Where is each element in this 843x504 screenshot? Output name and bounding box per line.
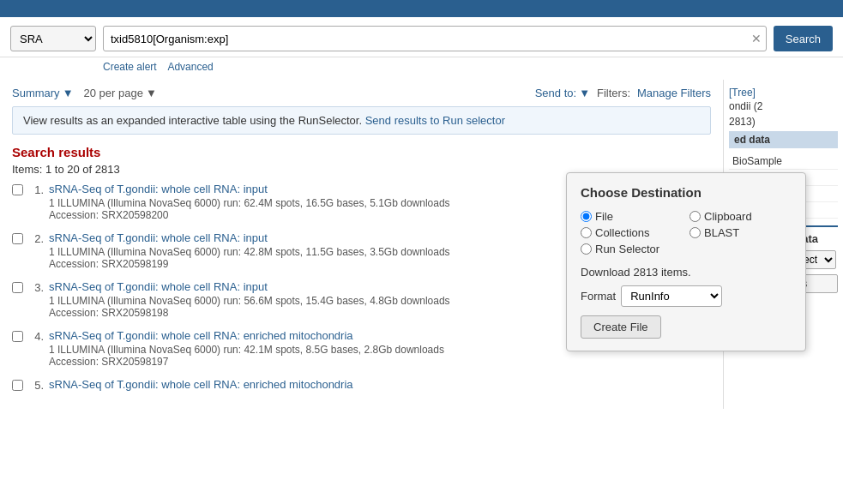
result-checkbox-3[interactable] [12,282,23,293]
result-title-5[interactable]: sRNA-Seq of T.gondii: whole cell RNA: en… [49,378,711,391]
count-detail: 2813) [729,116,838,128]
create-file-button[interactable]: Create File [581,315,661,339]
send-to-button[interactable]: Send to: ▼ [535,87,590,99]
search-input[interactable] [103,26,767,51]
main-content: Summary ▼ 20 per page ▼ Send to: ▼ Filte… [0,80,843,409]
result-item: 5. sRNA-Seq of T.gondii: whole cell RNA:… [12,378,711,392]
per-page-button[interactable]: 20 per page ▼ [84,87,157,99]
format-select[interactable]: RunInfo Metadata Accession List Run Tabl… [621,285,722,307]
result-checkbox-2[interactable] [12,233,23,244]
clear-button[interactable]: ✕ [751,32,762,45]
radio-collections[interactable]: Collections [581,226,683,239]
popup-title: Choose Destination [581,185,792,200]
radio-file[interactable]: File [581,210,683,223]
result-checkbox-1[interactable] [12,184,23,195]
database-select[interactable]: SRA PubMed Nucleotide Gene Protein [10,26,96,51]
send-to-popup: Choose Destination File Clipboard Collec… [566,172,806,351]
radio-blast[interactable]: BLAST [689,226,792,239]
search-links: Create alert Advanced [0,57,843,80]
toolbar-row: Summary ▼ 20 per page ▼ Send to: ▼ Filte… [12,87,711,99]
result-checkbox-5[interactable] [12,380,23,391]
info-box: View results as an expanded interactive … [12,106,711,135]
tree-hint[interactable]: [Tree] [729,87,838,99]
summary-button[interactable]: Summary ▼ [12,87,74,99]
search-input-wrapper: ✕ [103,26,767,51]
toolbar-left: Summary ▼ 20 per page ▼ [12,87,157,99]
search-button[interactable]: Search [774,26,833,51]
search-results-header: Search results [12,145,711,159]
radio-runselector[interactable]: Run Selector [581,243,683,255]
ed-data-section: ed data [729,131,838,148]
format-row: Format RunInfo Metadata Accession List R… [581,285,792,307]
search-area: SRA PubMed Nucleotide Gene Protein ✕ Sea… [0,17,843,57]
top-bar [0,0,843,17]
result-checkbox-4[interactable] [12,331,23,342]
filters-label: Filters: [597,87,630,99]
manage-filters-link[interactable]: Manage Filters [637,87,711,99]
run-selector-link[interactable]: Send results to Run selector [365,114,505,127]
advanced-link[interactable]: Advanced [167,61,213,73]
table-row-biosample: BioSample [729,153,838,170]
radio-group: File Clipboard Collections BLAST Run Sel… [581,210,792,255]
result-accession-4: Accession: SRX20598197 [49,356,711,368]
create-alert-link[interactable]: Create alert [103,61,157,73]
radio-clipboard[interactable]: Clipboard [689,210,792,223]
download-label: Download 2813 items. [581,266,792,279]
tree-detail: ondii (2 [729,100,838,112]
toolbar-right: Send to: ▼ Filters: Manage Filters [535,87,711,99]
